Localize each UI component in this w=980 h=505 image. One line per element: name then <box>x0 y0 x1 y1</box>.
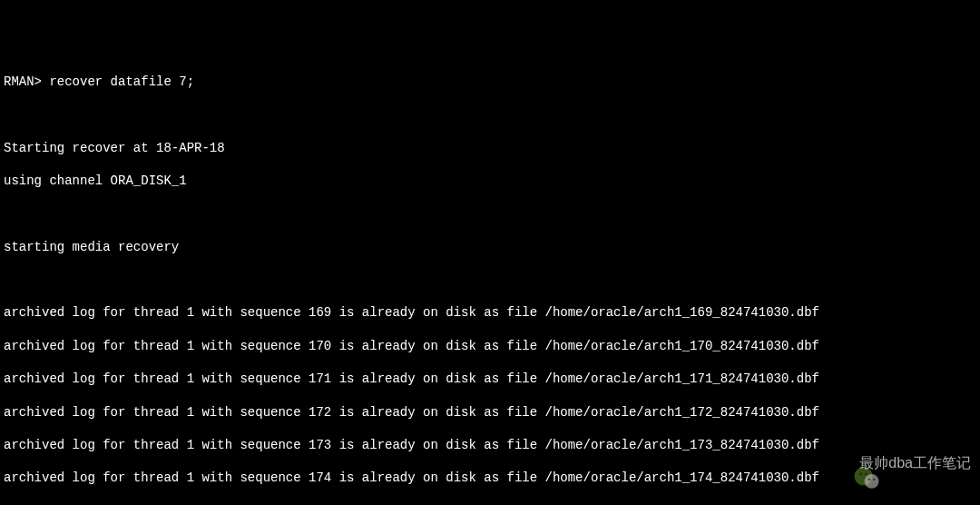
blank-line <box>4 106 976 123</box>
svg-point-3 <box>865 473 867 476</box>
media-recovery-line: starting media recovery <box>4 239 976 255</box>
wechat-icon <box>821 447 854 480</box>
rman-command-line[interactable]: RMAN> recover datafile 7; <box>4 74 976 90</box>
watermark-text: 最帅dba工作笔记 <box>859 454 971 473</box>
channel-line: using channel ORA_DISK_1 <box>4 173 976 189</box>
blank-line <box>4 205 976 222</box>
svg-point-1 <box>865 474 879 489</box>
svg-point-4 <box>868 479 870 480</box>
blank-line <box>4 272 976 288</box>
watermark: 最帅dba工作笔记 <box>821 447 971 480</box>
recover-start-line: Starting recover at 18-APR-18 <box>4 140 976 156</box>
archived-log-on-disk-line: archived log for thread 1 with sequence … <box>4 338 976 354</box>
archived-log-on-disk-line: archived log for thread 1 with sequence … <box>4 404 976 421</box>
svg-point-2 <box>859 473 862 476</box>
svg-point-5 <box>873 479 875 480</box>
archived-log-on-disk-line: archived log for thread 1 with sequence … <box>4 304 976 321</box>
archived-log-on-disk-line: archived log for thread 1 with sequence … <box>4 371 976 387</box>
